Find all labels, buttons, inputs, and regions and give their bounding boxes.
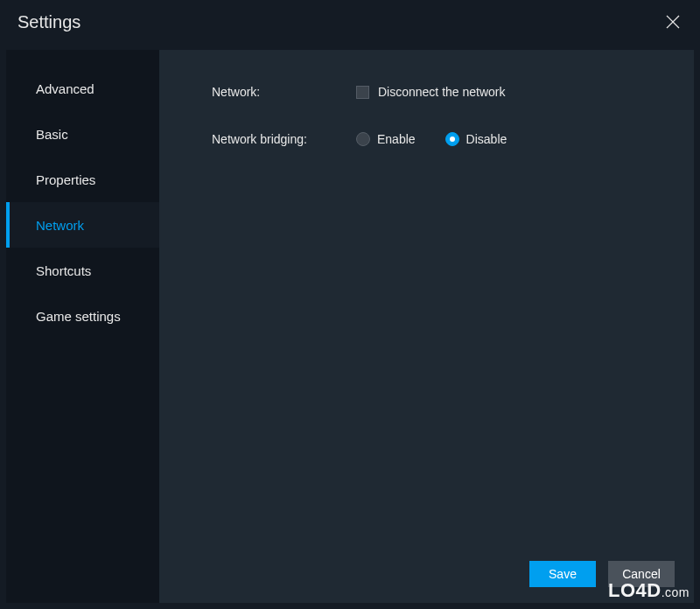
- sidebar-item-label: Shortcuts: [36, 263, 91, 278]
- radio-enable[interactable]: [356, 132, 370, 146]
- save-button[interactable]: Save: [529, 561, 596, 587]
- network-row: Network: Disconnect the network: [212, 85, 694, 99]
- body: Advanced Basic Properties Network Shortc…: [0, 44, 700, 609]
- content-panel: Network: Disconnect the network Network …: [159, 50, 694, 603]
- radio-disable[interactable]: [445, 132, 459, 146]
- cancel-button-label: Cancel: [622, 567, 661, 581]
- radio-enable-label: Enable: [377, 132, 416, 146]
- bridging-row: Network bridging: Enable Disable: [212, 132, 694, 146]
- sidebar-item-properties[interactable]: Properties: [6, 157, 159, 202]
- sidebar-item-label: Basic: [36, 127, 68, 142]
- sidebar-item-shortcuts[interactable]: Shortcuts: [6, 248, 159, 293]
- sidebar-item-label: Advanced: [36, 81, 94, 96]
- titlebar: Settings: [0, 0, 700, 44]
- close-icon[interactable]: [663, 12, 682, 32]
- sidebar-item-label: Properties: [36, 172, 95, 187]
- sidebar-item-label: Network: [36, 218, 84, 233]
- sidebar-item-label: Game settings: [36, 309, 121, 324]
- cancel-button[interactable]: Cancel: [608, 561, 675, 587]
- sidebar-item-game-settings[interactable]: Game settings: [6, 293, 159, 339]
- radio-disable-label: Disable: [466, 132, 508, 146]
- bridging-label: Network bridging:: [212, 132, 356, 146]
- window-title: Settings: [18, 12, 80, 32]
- sidebar: Advanced Basic Properties Network Shortc…: [6, 50, 159, 603]
- save-button-label: Save: [549, 567, 577, 581]
- bridging-radio-group: Enable Disable: [356, 132, 507, 146]
- sidebar-item-basic[interactable]: Basic: [6, 111, 159, 157]
- disconnect-checkbox-group[interactable]: Disconnect the network: [356, 85, 506, 99]
- disconnect-checkbox-label: Disconnect the network: [378, 85, 506, 99]
- footer-buttons: Save Cancel: [529, 561, 675, 587]
- radio-option-enable[interactable]: Enable: [356, 132, 416, 146]
- disconnect-checkbox[interactable]: [356, 86, 369, 99]
- network-label: Network:: [212, 85, 356, 99]
- sidebar-item-advanced[interactable]: Advanced: [6, 66, 159, 111]
- sidebar-item-network[interactable]: Network: [6, 202, 159, 248]
- radio-option-disable[interactable]: Disable: [445, 132, 508, 146]
